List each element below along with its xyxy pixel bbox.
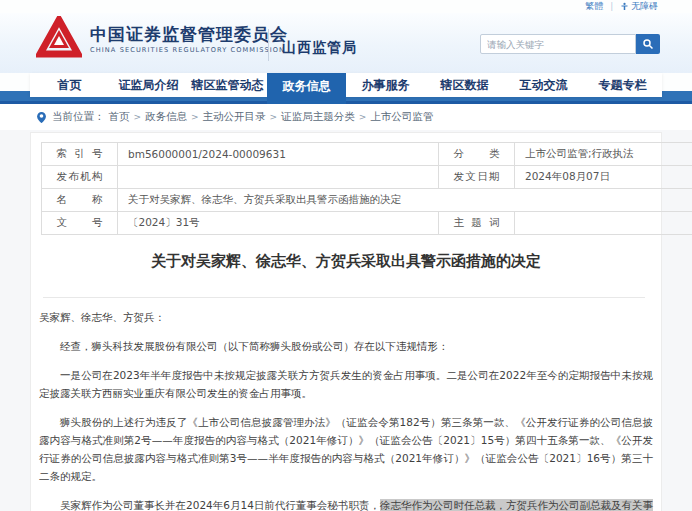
issue-date-value: 2024年08月07日 xyxy=(515,166,692,189)
main-navigation: 首页 证监局介绍 辖区监管动态 政务信息 办事服务 辖区数据 互动交流 专题专栏 xyxy=(0,73,692,104)
breadcrumb-home[interactable]: 首页 xyxy=(109,110,130,124)
breadcrumb-separator: > xyxy=(134,112,142,122)
document-card: 索引号 bm56000001/2024-00009631 分类 上市公司监管;行… xyxy=(30,132,662,511)
issuer-value xyxy=(118,166,439,189)
doc-name-label: 名称 xyxy=(42,189,118,212)
table-row: 索引号 bm56000001/2024-00009631 分类 上市公司监管;行… xyxy=(42,143,692,166)
nav-tab-home[interactable]: 首页 xyxy=(30,73,109,97)
nav-tab-government-info[interactable]: 政务信息 xyxy=(267,73,346,104)
doc-number-value: 〔2024〕31号 xyxy=(118,212,439,235)
salutation-line: 吴家辉、徐志华、方贺兵： xyxy=(39,308,653,326)
table-row: 文号 〔2024〕31号 主题词 xyxy=(42,212,692,235)
table-row: 发布机构 发文日期 2024年08月07日 xyxy=(42,166,692,189)
search-input[interactable] xyxy=(480,34,636,54)
nav-tab-bureau-intro[interactable]: 证监局介绍 xyxy=(109,73,188,97)
search-icon xyxy=(642,38,654,50)
paragraph-violations: 一是公司在2023年半年度报告中未按规定披露关联方方贺兵发生的资金占用事项。二是… xyxy=(39,366,653,402)
breadcrumb-disclosure-directory[interactable]: 主动公开目录 xyxy=(203,110,266,124)
site-header: 中国证券监督管理委员会 CHINA SECURITIES REGULATORY … xyxy=(0,13,692,73)
breadcrumb-separator: > xyxy=(270,112,278,122)
breadcrumb-listed-company-supervision[interactable]: 上市公司监管 xyxy=(370,110,433,124)
accessibility-link[interactable]: 无障碍 xyxy=(620,0,658,13)
top-utility-bar: 繁體 ｜ 无障碍 xyxy=(0,0,692,13)
title-divider xyxy=(43,297,645,298)
document-body: 吴家辉、徐志华、方贺兵： 经查，狮头科技发展股份有限公司（以下简称狮头股份或公司… xyxy=(31,308,661,511)
brand-block[interactable]: 中国证券监督管理委员会 CHINA SECURITIES REGULATORY … xyxy=(36,16,288,62)
document-meta-table: 索引号 bm56000001/2024-00009631 分类 上市公司监管;行… xyxy=(41,142,692,235)
keywords-label: 主题词 xyxy=(439,212,515,235)
nav-tab-interaction[interactable]: 互动交流 xyxy=(504,73,583,97)
doc-number-label: 文号 xyxy=(42,212,118,235)
keywords-value xyxy=(515,212,692,235)
site-search xyxy=(480,34,660,54)
location-pin-icon xyxy=(37,112,46,123)
category-value: 上市公司监管;行政执法 xyxy=(515,143,692,166)
breadcrumb-prefix: 当前位置： xyxy=(52,110,105,124)
category-label: 分类 xyxy=(439,143,515,166)
breadcrumb: 当前位置： 首页 > 政务信息 > 主动公开目录 > 证监局主题分类 > 上市公… xyxy=(0,104,692,130)
paragraph-regulations: 狮头股份的上述行为违反了《上市公司信息披露管理办法》（证监会令第182号）第三条… xyxy=(39,413,653,485)
nav-tabs: 首页 证监局介绍 辖区监管动态 政务信息 办事服务 辖区数据 互动交流 专题专栏 xyxy=(30,73,662,97)
org-name-en: CHINA SECURITIES REGULATORY COMMISSION xyxy=(90,46,288,54)
page-title: 关于对吴家辉、徐志华、方贺兵采取出具警示函措施的决定 xyxy=(41,252,651,270)
responsibility-text-normal: 吴家辉作为公司董事长并在2024年6月14日前代行董事会秘书职责， xyxy=(60,499,380,511)
nav-tab-special-topics[interactable]: 专题专栏 xyxy=(583,73,662,97)
table-row: 名称 关于对吴家辉、徐志华、方贺兵采取出具警示函措施的决定 xyxy=(42,189,692,212)
accessibility-icon xyxy=(620,2,629,11)
paragraph-responsibility: 吴家辉作为公司董事长并在2024年6月14日前代行董事会秘书职责，徐志华作为公司… xyxy=(39,496,653,511)
index-number-value: bm56000001/2024-00009631 xyxy=(118,143,439,166)
breadcrumb-government-info[interactable]: 政务信息 xyxy=(145,110,187,124)
doc-name-value: 关于对吴家辉、徐志华、方贺兵采取出具警示函措施的决定 xyxy=(118,189,692,212)
csrc-logo-icon xyxy=(36,16,82,62)
bureau-name: 山西监管局 xyxy=(282,39,357,57)
breadcrumb-separator: > xyxy=(359,112,367,122)
nav-tab-services[interactable]: 办事服务 xyxy=(346,73,425,97)
nav-tab-regional-data[interactable]: 辖区数据 xyxy=(425,73,504,97)
topbar-separator: ｜ xyxy=(607,0,616,13)
issue-date-label: 发文日期 xyxy=(439,166,515,189)
index-number-label: 索引号 xyxy=(42,143,118,166)
org-name-cn: 中国证券监督管理委员会 xyxy=(90,24,288,44)
accessibility-label: 无障碍 xyxy=(631,0,658,13)
nav-tab-regional-news[interactable]: 辖区监管动态 xyxy=(188,73,267,97)
traditional-chinese-link[interactable]: 繁體 xyxy=(585,0,603,13)
breadcrumb-topic-category[interactable]: 证监局主题分类 xyxy=(281,110,355,124)
traditional-chinese-label: 繁體 xyxy=(585,0,603,13)
issuer-label: 发布机构 xyxy=(42,166,118,189)
header-divider xyxy=(268,29,269,61)
breadcrumb-separator: > xyxy=(191,112,199,122)
paragraph-investigation: 经查，狮头科技发展股份有限公司（以下简称狮头股份或公司）存在以下违规情形： xyxy=(39,337,653,355)
search-button[interactable] xyxy=(636,34,660,54)
